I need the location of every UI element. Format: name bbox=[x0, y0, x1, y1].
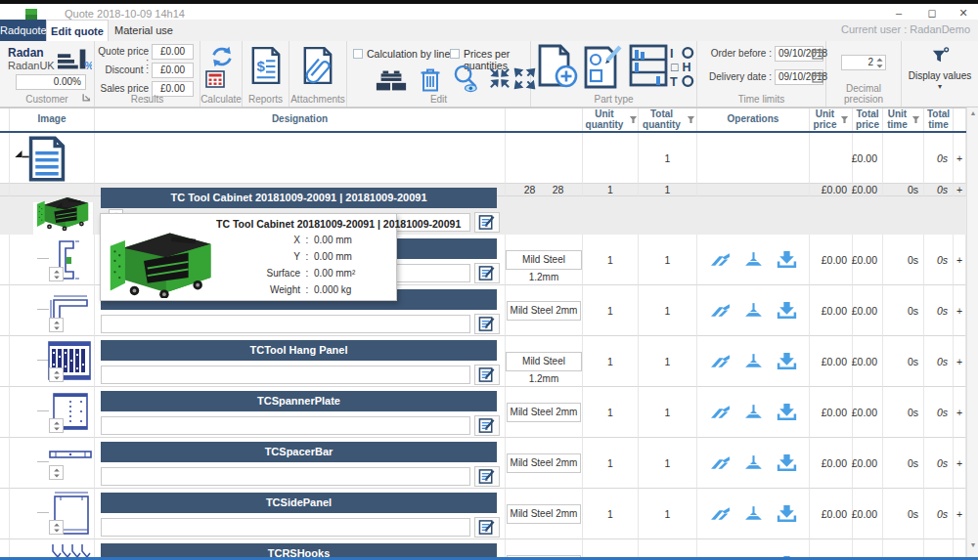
chevron-down-icon[interactable]: ▾ bbox=[902, 82, 978, 91]
prices-per-quantities-checkbox[interactable] bbox=[450, 49, 460, 59]
fold-operation-icon[interactable] bbox=[743, 353, 764, 369]
quantity-stepper[interactable] bbox=[49, 267, 64, 281]
designation-bar[interactable]: TCSidePanel bbox=[101, 493, 497, 513]
material-field[interactable]: Mild Steel 1.2mm bbox=[506, 352, 582, 371]
header-operations[interactable]: Operations bbox=[697, 108, 810, 131]
designation-input[interactable] bbox=[101, 366, 470, 384]
material-field[interactable]: Mild Steel 2mm bbox=[507, 453, 582, 473]
attachments-paperclip-icon[interactable] bbox=[302, 45, 333, 86]
fold-operation-icon[interactable] bbox=[743, 404, 764, 420]
punch-operation-icon[interactable] bbox=[710, 404, 731, 420]
edit-designation-button[interactable] bbox=[474, 517, 500, 538]
unfold-operation-icon[interactable] bbox=[777, 453, 797, 472]
fold-operation-icon[interactable] bbox=[743, 251, 764, 268]
bricks-icon[interactable] bbox=[375, 67, 408, 93]
material-field[interactable]: Mild Steel 1.2mm bbox=[506, 250, 582, 270]
edit-designation-button[interactable] bbox=[474, 365, 500, 385]
tab-radquote[interactable]: Radquote bbox=[0, 20, 46, 41]
punch-operation-icon[interactable] bbox=[710, 251, 731, 268]
edit-designation-button[interactable] bbox=[474, 415, 500, 436]
unfold-operation-icon[interactable] bbox=[777, 403, 797, 421]
edit-designation-button[interactable] bbox=[474, 466, 500, 487]
table-row-part[interactable]: TCSpannerPlate Mild Steel 2mm 1 1 £0.00 … bbox=[0, 387, 966, 438]
edit-part-document-icon[interactable] bbox=[583, 44, 624, 89]
row-expander-icon[interactable] bbox=[55, 201, 69, 209]
filter-funnel-icon[interactable] bbox=[687, 115, 695, 124]
designation-bar[interactable]: TCTool Hang Panel bbox=[101, 340, 497, 361]
quantity-stepper[interactable] bbox=[49, 465, 64, 480]
add-row-button[interactable]: + bbox=[954, 539, 966, 557]
unfold-operation-icon[interactable] bbox=[777, 352, 797, 370]
designation-bar[interactable]: TC Tool Cabinet 20181009-20091 | 2018100… bbox=[101, 188, 497, 208]
material-field[interactable]: Mild Steel 2mm bbox=[507, 504, 582, 524]
fold-operation-icon[interactable] bbox=[743, 454, 764, 471]
attachments-group[interactable]: Attachments bbox=[289, 41, 347, 107]
reports-group[interactable]: Reports bbox=[243, 41, 289, 107]
punch-operation-icon[interactable] bbox=[710, 505, 731, 522]
calculation-by-line-checkbox[interactable] bbox=[353, 49, 363, 59]
edit-designation-button[interactable] bbox=[474, 263, 500, 283]
add-row-button[interactable]: + bbox=[954, 438, 966, 489]
table-row-part[interactable]: TCSidePanel Mild Steel 2mm 1 1 £0.00 £0.… bbox=[0, 489, 966, 539]
calendar-icon[interactable] bbox=[812, 48, 823, 60]
unfold-operation-icon[interactable] bbox=[777, 250, 797, 269]
scroll-up-icon[interactable]: ▲ bbox=[967, 109, 978, 116]
add-row-button[interactable]: + bbox=[954, 184, 966, 196]
reports-document-icon[interactable] bbox=[250, 45, 282, 86]
table-row-part[interactable]: TCRSHooks Mild Steel 2mm 1 1 £0.00 £0.00… bbox=[0, 539, 966, 557]
display-values-group[interactable]: Display values ▾ bbox=[902, 41, 978, 107]
add-row-button[interactable]: + bbox=[954, 133, 966, 184]
material-field[interactable]: Mild Steel 2mm bbox=[507, 403, 582, 422]
row-expander-icon[interactable] bbox=[14, 150, 30, 158]
tab-edit-quote[interactable]: Edit quote bbox=[46, 20, 109, 41]
add-row-button[interactable]: + bbox=[954, 387, 966, 438]
edit-designation-button[interactable] bbox=[474, 314, 500, 334]
designation-input[interactable] bbox=[101, 467, 470, 486]
add-row-button[interactable]: + bbox=[954, 235, 966, 285]
header-designation[interactable]: Designation bbox=[95, 108, 506, 131]
quote-price-field[interactable]: £0.00 bbox=[152, 44, 194, 60]
designation-bar[interactable]: TCSpannerPlate bbox=[101, 391, 497, 411]
filter-funnel-icon[interactable] bbox=[840, 115, 849, 124]
material-field[interactable]: Mild Steel 2mm bbox=[507, 301, 582, 321]
dialog-launcher-icon[interactable] bbox=[82, 93, 91, 102]
filter-funnel-icon[interactable] bbox=[629, 115, 638, 124]
header-total-price[interactable]: Total price bbox=[853, 108, 883, 131]
new-part-document-icon[interactable] bbox=[537, 44, 578, 89]
add-row-button[interactable]: + bbox=[954, 285, 966, 336]
trash-icon[interactable] bbox=[420, 66, 441, 93]
collapse-arrows-icon[interactable] bbox=[489, 67, 511, 89]
scroll-down-icon[interactable]: ▼ bbox=[967, 541, 978, 548]
header-unit-price[interactable]: Unit price bbox=[810, 108, 853, 131]
edit-designation-button[interactable] bbox=[474, 212, 500, 233]
header-total-quantity[interactable]: Total quantity bbox=[639, 108, 697, 131]
header-image[interactable]: Image bbox=[10, 108, 95, 131]
header-total-time[interactable]: Total time bbox=[924, 108, 954, 131]
fold-operation-icon[interactable] bbox=[743, 302, 764, 319]
quantity-stepper[interactable] bbox=[49, 318, 64, 332]
quantity-stepper[interactable] bbox=[49, 520, 64, 535]
designation-input[interactable] bbox=[101, 416, 470, 435]
add-row-button[interactable]: + bbox=[954, 336, 966, 387]
fold-operation-icon[interactable] bbox=[743, 505, 764, 522]
quantity-stepper[interactable] bbox=[49, 367, 64, 382]
calculate-refresh-icon[interactable] bbox=[209, 44, 235, 69]
designation-input[interactable] bbox=[101, 518, 470, 537]
table-row-part[interactable]: TCTool Hang Panel Mild Steel 1.2mm 1 1 £… bbox=[0, 336, 966, 387]
assembly-shelf-icon[interactable] bbox=[628, 44, 669, 89]
header-unit-quantity[interactable]: Unit quantity bbox=[583, 108, 639, 131]
punch-operation-icon[interactable] bbox=[710, 353, 731, 369]
tab-material-use[interactable]: Material use bbox=[109, 20, 179, 41]
punch-operation-icon[interactable] bbox=[710, 302, 731, 319]
search-eye-icon[interactable] bbox=[451, 64, 481, 94]
customer-discount-field[interactable]: 0.00% bbox=[16, 74, 86, 90]
designation-bar[interactable]: TCRSHooks bbox=[101, 543, 497, 557]
designation-input[interactable] bbox=[101, 315, 470, 333]
display-values-funnel-icon[interactable] bbox=[931, 47, 950, 65]
designation-bar[interactable]: TCSpacerBar bbox=[101, 442, 497, 462]
filter-funnel-icon[interactable] bbox=[911, 115, 920, 124]
punch-operation-icon[interactable] bbox=[710, 454, 731, 471]
discount-bars-icon[interactable] bbox=[57, 45, 92, 72]
spinner-arrows-icon[interactable] bbox=[875, 57, 884, 69]
hardware-set-icon[interactable] bbox=[669, 46, 695, 88]
